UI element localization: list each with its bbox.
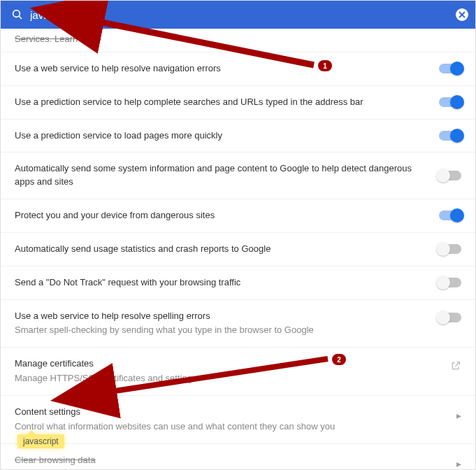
settings-scroll[interactable]: Services. Learn more Use a web service t… [1,29,475,469]
setting-label: Use a web service to help resolve naviga… [15,62,429,76]
search-icon [8,8,27,21]
svg-line-1 [19,16,22,19]
toggle-switch[interactable] [439,131,461,141]
setting-label: Use a prediction service to help complet… [15,96,429,109]
toggle-switch[interactable] [439,64,461,73]
list-item[interactable]: Protect you and your device from dangero… [1,199,475,233]
chevron-right-icon: ▸ [456,410,461,421]
clear-search-button[interactable] [456,8,468,21]
setting-sublabel: Control what information websites can us… [15,420,447,434]
setting-sublabel: Clear history, cookies, cache, and more [15,469,447,470]
setting-label: Use a web service to help resolve spelli… [15,310,429,323]
list-item[interactable]: Use a web service to help resolve spelli… [1,300,475,348]
setting-sublabel: Manage HTTPS/SSL certificates and settin… [15,372,440,385]
list-item[interactable]: Use a prediction service to load pages m… [1,120,475,153]
search-input[interactable] [27,9,456,21]
setting-label: Protect you and your device from dangero… [15,209,429,222]
toggle-switch[interactable] [439,278,461,287]
setting-label: Content settings [15,406,447,419]
search-header [1,1,475,29]
setting-sublabel: Smarter spell-checking by sending what y… [15,324,429,337]
search-highlight-tooltip: javascript [17,434,64,448]
setting-label: Send a "Do Not Track" request with your … [15,276,429,290]
chevron-right-icon: ▸ [456,458,461,469]
content-settings-item[interactable]: Content settings Control what informatio… [1,396,475,444]
toggle-switch[interactable] [439,313,461,322]
toggle-switch[interactable] [439,211,461,220]
toggle-switch[interactable] [439,97,461,107]
external-link-icon [450,360,461,374]
svg-point-0 [13,10,20,17]
list-item[interactable]: Automatically send usage statistics and … [1,233,475,266]
list-item: Services. Learn more [1,29,475,52]
list-item[interactable]: Manage certificates Manage HTTPS/SSL cer… [1,348,475,396]
list-item[interactable]: Use a prediction service to help complet… [1,86,475,120]
setting-label: Automatically send some system informati… [15,162,429,189]
list-item[interactable]: Automatically send some system informati… [1,152,475,199]
list-item[interactable]: Use a web service to help resolve naviga… [1,52,475,86]
setting-label: Automatically send usage statistics and … [15,243,429,256]
list-item[interactable]: Send a "Do Not Track" request with your … [1,266,475,300]
truncated-item-label: Services. Learn more [15,33,452,46]
setting-label: Use a prediction service to load pages m… [15,129,429,143]
setting-label: Manage certificates [15,357,440,371]
settings-window: Services. Learn more Use a web service t… [0,0,476,470]
setting-label: Clear browsing data [15,454,447,467]
toggle-switch[interactable] [439,171,461,180]
toggle-switch[interactable] [439,244,461,254]
list-item[interactable]: Clear browsing data Clear history, cooki… [1,444,475,469]
